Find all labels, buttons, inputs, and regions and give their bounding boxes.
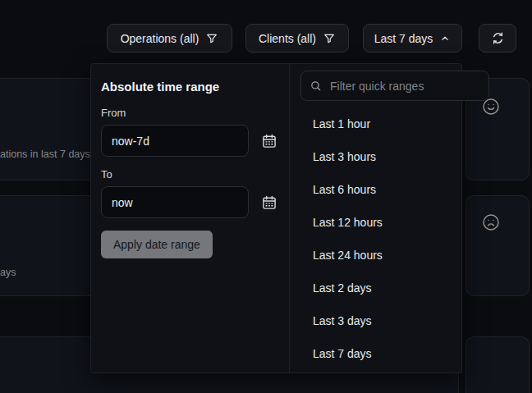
quick-range-option[interactable]: Last 6 hours [300, 173, 489, 206]
clients-filter-button[interactable]: Clients (all) [245, 24, 349, 53]
grafana-dashboard-screen: ations in last 7 days ays Operations (al… [0, 0, 532, 393]
time-range-picker-dropdown: Absolute time range From To [90, 63, 462, 373]
from-label: From [101, 107, 279, 119]
absolute-time-range-section: Absolute time range From To [91, 64, 290, 372]
calendar-icon [261, 133, 277, 149]
funnel-icon [323, 32, 336, 45]
search-icon [310, 80, 322, 92]
quick-range-option[interactable]: Last 3 days [300, 304, 489, 337]
time-range-picker-button[interactable]: Last 7 days [363, 24, 462, 53]
quick-ranges-search-box [300, 71, 489, 101]
from-input[interactable] [101, 125, 249, 157]
absolute-time-range-title: Absolute time range [101, 80, 279, 94]
to-input[interactable] [101, 186, 249, 218]
to-label: To [101, 168, 279, 181]
quick-ranges-filter-input[interactable] [328, 79, 480, 94]
apply-date-range-button[interactable]: Apply date range [101, 231, 213, 258]
panel-subtitle: ations in last 7 days [0, 149, 90, 160]
panel-subtitle: ays [0, 267, 16, 278]
operations-filter-button[interactable]: Operations (all) [107, 24, 232, 53]
quick-range-option[interactable]: Last 3 hours [300, 140, 489, 173]
quick-range-option[interactable]: Last 7 days [300, 337, 489, 370]
quick-range-option[interactable]: Last 2 days [300, 272, 489, 304]
quick-range-option[interactable]: Last 24 hours [300, 239, 489, 272]
from-calendar-button[interactable] [261, 133, 277, 149]
calendar-icon [261, 194, 277, 211]
refresh-button[interactable] [479, 24, 516, 53]
funnel-icon [205, 32, 218, 45]
operations-filter-label: Operations (all) [121, 32, 200, 45]
refresh-icon [491, 31, 505, 45]
time-range-label: Last 7 days [374, 32, 433, 45]
quick-range-option[interactable]: Last 12 hours [300, 206, 489, 239]
quick-range-option[interactable]: Last 1 hour [300, 107, 489, 140]
clients-filter-label: Clients (all) [259, 32, 316, 45]
chevron-up-icon [439, 33, 451, 44]
quick-ranges-list: Last 1 hourLast 3 hoursLast 6 hoursLast … [300, 107, 489, 370]
to-calendar-button[interactable] [261, 194, 277, 211]
quick-ranges-section: Last 1 hourLast 3 hoursLast 6 hoursLast … [290, 64, 495, 372]
